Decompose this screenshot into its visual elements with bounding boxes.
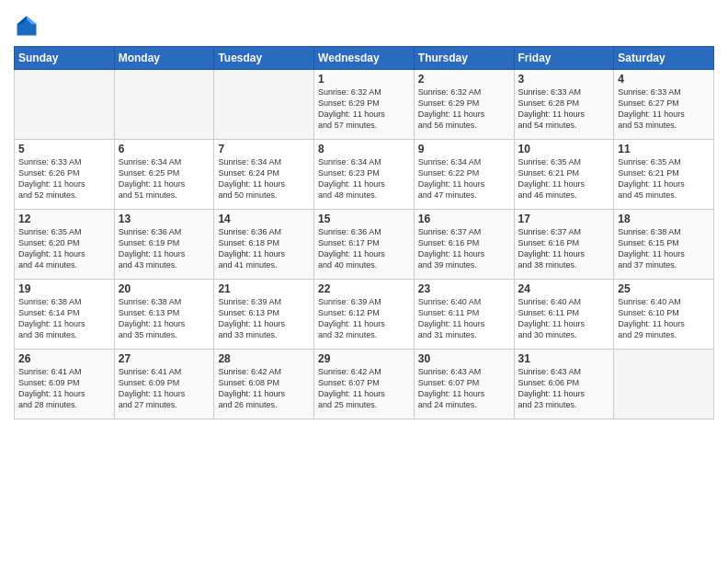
weekday-header-saturday: Saturday [614,47,714,70]
day-info: Sunrise: 6:36 AM Sunset: 6:17 PM Dayligh… [318,226,410,271]
day-number: 16 [418,213,510,225]
calendar-cell: 12Sunrise: 6:35 AM Sunset: 6:20 PM Dayli… [15,210,115,280]
calendar-cell [214,70,314,140]
calendar-cell: 25Sunrise: 6:40 AM Sunset: 6:10 PM Dayli… [614,280,714,350]
day-number: 12 [18,213,110,225]
day-number: 4 [618,73,710,86]
calendar-cell: 24Sunrise: 6:40 AM Sunset: 6:11 PM Dayli… [514,280,614,350]
day-info: Sunrise: 6:43 AM Sunset: 6:06 PM Dayligh… [518,366,610,411]
calendar-cell: 27Sunrise: 6:41 AM Sunset: 6:09 PM Dayli… [114,350,214,419]
day-info: Sunrise: 6:35 AM Sunset: 6:20 PM Dayligh… [18,226,110,271]
day-info: Sunrise: 6:43 AM Sunset: 6:07 PM Dayligh… [418,366,510,411]
day-number: 20 [119,282,210,295]
calendar-cell: 22Sunrise: 6:39 AM Sunset: 6:12 PM Dayli… [314,280,415,350]
day-number: 7 [218,143,310,155]
day-info: Sunrise: 6:36 AM Sunset: 6:18 PM Dayligh… [218,226,310,271]
day-number: 5 [18,143,110,155]
day-info: Sunrise: 6:40 AM Sunset: 6:11 PM Dayligh… [518,296,610,341]
day-info: Sunrise: 6:39 AM Sunset: 6:12 PM Dayligh… [318,296,410,341]
day-number: 8 [318,143,410,155]
calendar-cell: 4Sunrise: 6:33 AM Sunset: 6:27 PM Daylig… [614,70,714,140]
day-info: Sunrise: 6:35 AM Sunset: 6:21 PM Dayligh… [518,156,610,201]
calendar-cell: 8Sunrise: 6:34 AM Sunset: 6:23 PM Daylig… [314,140,415,210]
calendar-cell: 19Sunrise: 6:38 AM Sunset: 6:14 PM Dayli… [15,280,115,350]
calendar-cell: 26Sunrise: 6:41 AM Sunset: 6:09 PM Dayli… [15,350,115,419]
day-info: Sunrise: 6:39 AM Sunset: 6:13 PM Dayligh… [218,296,310,341]
day-number: 27 [119,352,210,365]
calendar-cell: 21Sunrise: 6:39 AM Sunset: 6:13 PM Dayli… [214,280,314,350]
day-info: Sunrise: 6:33 AM Sunset: 6:27 PM Dayligh… [618,86,710,132]
day-number: 15 [318,213,410,225]
day-info: Sunrise: 6:33 AM Sunset: 6:26 PM Dayligh… [18,156,110,201]
calendar-cell: 13Sunrise: 6:36 AM Sunset: 6:19 PM Dayli… [114,210,214,280]
day-info: Sunrise: 6:40 AM Sunset: 6:10 PM Dayligh… [618,296,710,341]
calendar-cell: 15Sunrise: 6:36 AM Sunset: 6:17 PM Dayli… [314,210,415,280]
calendar-cell: 30Sunrise: 6:43 AM Sunset: 6:07 PM Dayli… [414,350,514,419]
day-info: Sunrise: 6:35 AM Sunset: 6:21 PM Dayligh… [618,156,710,201]
day-info: Sunrise: 6:38 AM Sunset: 6:14 PM Dayligh… [18,296,110,341]
calendar-week-row: 12Sunrise: 6:35 AM Sunset: 6:20 PM Dayli… [15,210,714,280]
day-info: Sunrise: 6:41 AM Sunset: 6:09 PM Dayligh… [18,366,110,411]
calendar-cell: 2Sunrise: 6:32 AM Sunset: 6:29 PM Daylig… [414,70,514,140]
calendar-cell: 3Sunrise: 6:33 AM Sunset: 6:28 PM Daylig… [514,70,614,140]
day-number: 14 [218,213,310,225]
day-info: Sunrise: 6:38 AM Sunset: 6:13 PM Dayligh… [119,296,210,341]
calendar-cell: 7Sunrise: 6:34 AM Sunset: 6:24 PM Daylig… [214,140,314,210]
day-info: Sunrise: 6:42 AM Sunset: 6:08 PM Dayligh… [218,366,310,411]
calendar-cell: 9Sunrise: 6:34 AM Sunset: 6:22 PM Daylig… [414,140,514,210]
day-info: Sunrise: 6:32 AM Sunset: 6:29 PM Dayligh… [418,86,510,132]
logo [14,13,41,39]
weekday-header-row: SundayMondayTuesdayWednesdayThursdayFrid… [15,47,714,70]
calendar-cell: 18Sunrise: 6:38 AM Sunset: 6:15 PM Dayli… [614,210,714,280]
calendar-cell: 14Sunrise: 6:36 AM Sunset: 6:18 PM Dayli… [214,210,314,280]
calendar-cell: 16Sunrise: 6:37 AM Sunset: 6:16 PM Dayli… [414,210,514,280]
calendar-cell: 17Sunrise: 6:37 AM Sunset: 6:16 PM Dayli… [514,210,614,280]
calendar-cell: 11Sunrise: 6:35 AM Sunset: 6:21 PM Dayli… [614,140,714,210]
calendar-week-row: 5Sunrise: 6:33 AM Sunset: 6:26 PM Daylig… [15,140,714,210]
day-info: Sunrise: 6:34 AM Sunset: 6:23 PM Dayligh… [318,156,410,201]
day-number: 11 [618,143,710,155]
day-number: 21 [218,282,310,295]
weekday-header-tuesday: Tuesday [214,47,314,70]
calendar-cell: 29Sunrise: 6:42 AM Sunset: 6:07 PM Dayli… [314,350,415,419]
weekday-header-sunday: Sunday [15,47,115,70]
day-number: 31 [518,352,610,365]
day-info: Sunrise: 6:34 AM Sunset: 6:22 PM Dayligh… [418,156,510,201]
weekday-header-thursday: Thursday [414,47,514,70]
calendar-cell: 23Sunrise: 6:40 AM Sunset: 6:11 PM Dayli… [414,280,514,350]
logo-icon [14,13,40,39]
day-number: 13 [119,213,210,225]
day-info: Sunrise: 6:32 AM Sunset: 6:29 PM Dayligh… [318,86,410,132]
calendar-cell: 6Sunrise: 6:34 AM Sunset: 6:25 PM Daylig… [114,140,214,210]
weekday-header-monday: Monday [114,47,214,70]
calendar-cell [114,70,214,140]
day-info: Sunrise: 6:38 AM Sunset: 6:15 PM Dayligh… [618,226,710,271]
calendar-cell: 1Sunrise: 6:32 AM Sunset: 6:29 PM Daylig… [314,70,415,140]
day-number: 30 [418,352,510,365]
calendar-cell: 28Sunrise: 6:42 AM Sunset: 6:08 PM Dayli… [214,350,314,419]
calendar-cell: 31Sunrise: 6:43 AM Sunset: 6:06 PM Dayli… [514,350,614,419]
day-number: 22 [318,282,410,295]
day-number: 28 [218,352,310,365]
day-info: Sunrise: 6:33 AM Sunset: 6:28 PM Dayligh… [518,86,610,132]
day-number: 9 [418,143,510,155]
day-number: 17 [518,213,610,225]
calendar-cell [15,70,115,140]
page: SundayMondayTuesdayWednesdayThursdayFrid… [0,0,728,563]
day-number: 6 [119,143,210,155]
calendar-table: SundayMondayTuesdayWednesdayThursdayFrid… [14,46,714,419]
calendar-cell [614,350,714,419]
day-info: Sunrise: 6:36 AM Sunset: 6:19 PM Dayligh… [119,226,210,271]
day-info: Sunrise: 6:34 AM Sunset: 6:24 PM Dayligh… [218,156,310,201]
weekday-header-friday: Friday [514,47,614,70]
day-info: Sunrise: 6:42 AM Sunset: 6:07 PM Dayligh… [318,366,410,411]
day-number: 1 [318,73,410,86]
day-info: Sunrise: 6:41 AM Sunset: 6:09 PM Dayligh… [119,366,210,411]
weekday-header-wednesday: Wednesday [314,47,415,70]
day-number: 23 [418,282,510,295]
day-info: Sunrise: 6:34 AM Sunset: 6:25 PM Dayligh… [119,156,210,201]
calendar-week-row: 1Sunrise: 6:32 AM Sunset: 6:29 PM Daylig… [15,70,714,140]
day-number: 24 [518,282,610,295]
day-number: 18 [618,213,710,225]
day-info: Sunrise: 6:37 AM Sunset: 6:16 PM Dayligh… [518,226,610,271]
